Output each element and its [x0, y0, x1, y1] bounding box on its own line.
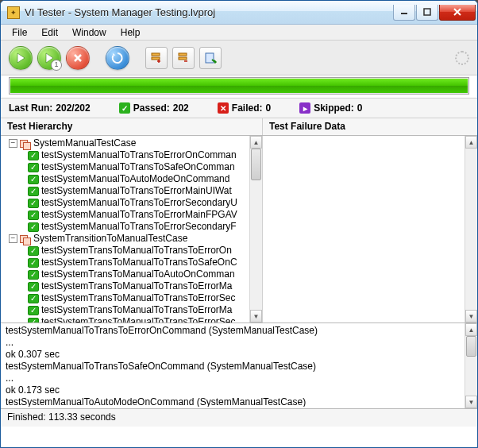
tree-item-label: testSystemManualToTransToErrorMainUIWat [41, 185, 232, 197]
tree-item[interactable]: ✓testSystemManualToTransToErrorMainFPGAV [1, 209, 249, 221]
failure-scrollbar[interactable]: ▲ ▼ [465, 136, 477, 322]
log-line: ok 0.307 sec [6, 349, 465, 361]
app-window: ✦ VI Tester - System Manager Testing.lvp… [0, 0, 478, 448]
menu-file[interactable]: File [6, 25, 33, 40]
scroll-up-icon[interactable]: ▲ [465, 323, 477, 336]
menu-help[interactable]: Help [114, 25, 147, 40]
tree-group[interactable]: −SystemManualTestCase [1, 137, 249, 149]
pass-icon: ✓ [28, 210, 39, 220]
progress-bar [9, 77, 469, 95]
log-line: ... [6, 337, 465, 349]
tree-item[interactable]: ✓testSystemManualToTransToSafeOnComman [1, 161, 249, 173]
tree-item-label: testSystemTransToManualToTransToErrorSec [41, 316, 236, 322]
log-line: ok 0.173 sec [6, 384, 465, 396]
tree-item[interactable]: ✓testSystemTransToManualToTransToErrorSe… [1, 292, 249, 304]
menu-window[interactable]: Window [66, 25, 113, 40]
run-button[interactable] [9, 46, 33, 70]
pass-icon: ✓ [28, 258, 39, 268]
skipped-value: 0 [357, 102, 363, 114]
minimize-button[interactable] [393, 5, 415, 21]
failed-label: Failed: [232, 102, 263, 114]
svg-rect-3 [152, 57, 160, 60]
tree-item[interactable]: ✓testSystemTransToManualToTransToErrorMa [1, 304, 249, 316]
passed-value: 202 [173, 102, 189, 114]
lastrun-cell: Last Run: 202/202 [9, 102, 91, 114]
log-line: ... [6, 373, 465, 384]
menu-edit[interactable]: Edit [35, 25, 64, 40]
tree-item-label: testSystemTransToManualToTransToErrorOn [41, 245, 232, 257]
tree-item[interactable]: ✓testSystemTransToManualToTransToErrorSe… [1, 316, 249, 322]
tree-item[interactable]: ✓testSystemTransToManualToTransToErrorMa [1, 280, 249, 292]
pass-icon: ✓ [28, 306, 39, 315]
tree-item[interactable]: ✓testSystemManualToTransToErrorOnComman [1, 149, 249, 161]
tree-item-label: testSystemManualToTransToErrorSecondaryF [41, 221, 237, 233]
scroll-down-icon[interactable]: ▼ [465, 396, 477, 408]
tree-item[interactable]: ✓testSystemTransToManualToTransToSafeOnC [1, 257, 249, 268]
tree-item[interactable]: ✓testSystemTransToManualToAutoOnComman [1, 268, 249, 280]
passed-cell: ✓ Passed: 202 [119, 102, 189, 114]
new-test-button[interactable] [199, 47, 222, 69]
pass-icon: ✓ [28, 318, 39, 323]
hierarchy-scrollbar[interactable]: ▲ ▼ [249, 136, 262, 322]
tree-item[interactable]: ✓testSystemManualToTransToErrorSecondary… [1, 221, 249, 233]
pane-headers: Test Hierarchy Test Failure Data [1, 118, 477, 136]
tree-item-label: testSystemTransToManualToTransToErrorMa [41, 304, 233, 316]
pass-icon: ✓ [28, 222, 39, 232]
pass-icon: ✓ [28, 294, 39, 303]
failed-value: 0 [265, 102, 271, 114]
lastrun-label: Last Run: [9, 102, 52, 114]
scroll-thumb[interactable] [251, 149, 261, 180]
stop-button[interactable] [66, 46, 90, 70]
hierarchy-header: Test Hierarchy [1, 118, 263, 135]
log-line: testSystemManualToTransToSafeOnCommand (… [6, 361, 465, 373]
tree-expand-button[interactable] [145, 47, 168, 69]
tree-item-label: testSystemManualToTransToErrorSecondaryU [41, 197, 237, 209]
lastrun-value: 202/202 [56, 102, 90, 114]
app-icon: ✦ [7, 6, 20, 19]
hierarchy-pane[interactable]: −SystemManualTestCase✓testSystemManualTo… [1, 136, 263, 322]
svg-rect-2 [152, 53, 160, 56]
tree-item[interactable]: ✓testSystemManualToTransToErrorSecondary… [1, 197, 249, 209]
tree-group-label: SystemTransitionToManualTestCase [33, 233, 187, 245]
tree-item-label: testSystemTransToManualToTransToErrorSec [41, 292, 236, 304]
failed-icon: ✕ [218, 102, 229, 114]
log-line: testSystemManualToTransToErrorOnCommand … [6, 325, 465, 337]
passed-icon: ✓ [119, 102, 130, 114]
scroll-down-icon[interactable]: ▼ [250, 310, 262, 322]
log-pane[interactable]: testSystemManualToTransToErrorOnCommand … [1, 323, 477, 409]
busy-spinner-icon [455, 51, 469, 65]
tree-item[interactable]: ✓testSystemManualToAutoModeOnCommand [1, 173, 249, 185]
pass-icon: ✓ [28, 199, 39, 208]
skipped-icon: ▸ [299, 102, 310, 114]
skipped-label: Skipped: [314, 102, 354, 114]
collapse-icon[interactable]: − [9, 234, 17, 243]
refresh-button[interactable] [106, 46, 129, 70]
test-tree[interactable]: −SystemManualTestCase✓testSystemManualTo… [1, 136, 249, 322]
tree-item-label: testSystemManualToTransToErrorOnComman [41, 149, 237, 161]
tree-item[interactable]: ✓testSystemTransToManualToTransToErrorOn [1, 245, 249, 257]
tree-group[interactable]: −SystemTransitionToManualTestCase [1, 233, 249, 245]
tree-item[interactable]: ✓testSystemManualToTransToErrorMainUIWat [1, 185, 249, 197]
log-scrollbar[interactable]: ▲ ▼ [465, 323, 477, 408]
maximize-button[interactable] [416, 5, 438, 21]
scroll-thumb[interactable] [466, 336, 476, 357]
log-line: testSystemManualToAutoModeOnCommand (Sys… [6, 396, 465, 407]
scroll-up-icon[interactable]: ▲ [465, 136, 477, 149]
failure-header: Test Failure Data [263, 118, 477, 135]
tree-item-label: testSystemManualToTransToSafeOnComman [41, 161, 235, 173]
scroll-down-icon[interactable]: ▼ [465, 310, 477, 322]
collapse-icon[interactable]: − [9, 139, 17, 148]
failure-pane[interactable]: ▲ ▼ [263, 136, 477, 322]
tree-item-label: testSystemManualToTransToErrorMainFPGAV [41, 209, 237, 221]
scroll-up-icon[interactable]: ▲ [250, 136, 262, 149]
content-row: −SystemManualTestCase✓testSystemManualTo… [1, 136, 477, 323]
titlebar[interactable]: ✦ VI Tester - System Manager Testing.lvp… [1, 1, 477, 25]
tree-item-label: testSystemTransToManualToTransToSafeOnC [41, 257, 237, 268]
pass-icon: ✓ [28, 187, 39, 196]
close-button[interactable] [439, 5, 476, 21]
tree-collapse-button[interactable] [172, 47, 195, 69]
run-single-button[interactable] [37, 46, 61, 70]
menubar: File Edit Window Help [1, 25, 477, 41]
svg-rect-5 [179, 57, 187, 60]
tree-item-label: testSystemTransToManualToAutoOnComman [41, 268, 235, 280]
